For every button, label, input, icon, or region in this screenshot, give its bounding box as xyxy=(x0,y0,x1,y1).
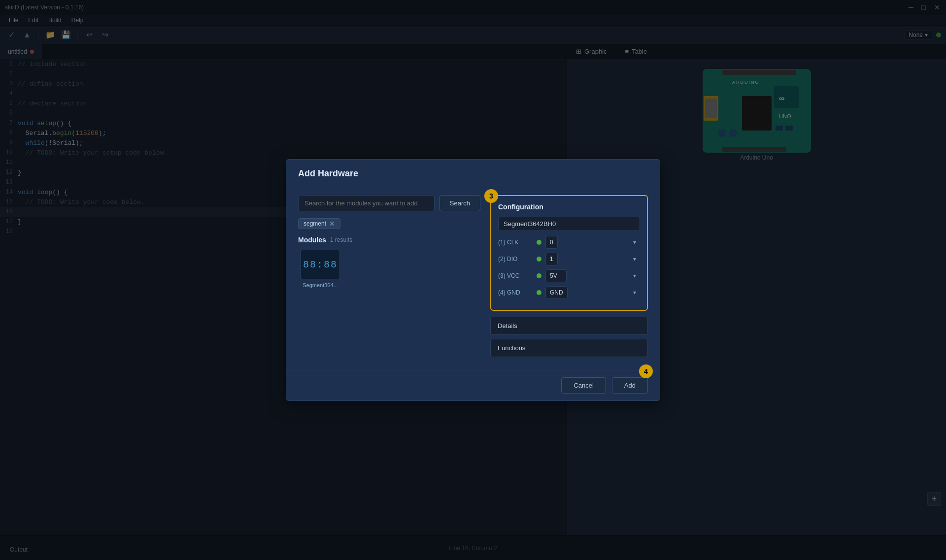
seven-seg-icon: 88:88 xyxy=(303,259,338,270)
details-section[interactable]: Details xyxy=(490,317,648,335)
config-title: Configuration xyxy=(498,203,640,211)
cancel-button[interactable]: Cancel xyxy=(561,377,606,394)
module-name: Segment364... xyxy=(303,282,338,288)
modal-left-panel: Search segment ✕ Modules 1 results xyxy=(298,195,480,361)
pin-dio-dot xyxy=(537,257,541,262)
functions-section[interactable]: Functions xyxy=(490,339,648,357)
pin-dio-select[interactable]: 1 0 2 3 xyxy=(545,253,558,265)
modal-footer: 4 Cancel Add xyxy=(286,370,660,400)
tag-remove-btn[interactable]: ✕ xyxy=(329,220,335,227)
module-thumbnail: 88:88 xyxy=(301,250,340,279)
modal-right-panel: 3 Configuration (1) CLK 0 1 2 3 xyxy=(490,195,648,361)
pin-row-vcc: (3) VCC 5V 3.3V xyxy=(498,269,640,282)
configuration-section: 3 Configuration (1) CLK 0 1 2 3 xyxy=(490,195,648,311)
step-4-badge: 4 xyxy=(639,364,653,378)
pin-vcc-select[interactable]: 5V 3.3V xyxy=(545,269,567,282)
pin-vcc-select-wrap: 5V 3.3V xyxy=(545,269,640,282)
modal-overlay: Add Hardware Search segment ✕ xyxy=(0,0,946,560)
pin-vcc-dot xyxy=(537,273,541,278)
pin-vcc-label: (3) VCC xyxy=(498,272,533,279)
add-button[interactable]: Add xyxy=(612,377,648,394)
module-card-segment[interactable]: 88:88 Segment364... xyxy=(298,250,342,288)
modal-body: Search segment ✕ Modules 1 results xyxy=(286,186,660,370)
tag-label: segment xyxy=(304,220,326,227)
pin-gnd-dot xyxy=(537,290,541,295)
pin-row-gnd: (4) GND GND xyxy=(498,286,640,299)
pin-dio-select-wrap: 1 0 2 3 xyxy=(545,253,640,265)
search-button[interactable]: Search xyxy=(439,195,480,211)
search-input[interactable] xyxy=(298,195,435,211)
pin-gnd-select-wrap: GND xyxy=(545,286,640,299)
modules-label: Modules xyxy=(298,236,326,244)
results-count: 1 results xyxy=(330,236,352,243)
search-row: Search xyxy=(298,195,480,211)
add-hardware-modal: Add Hardware Search segment ✕ xyxy=(286,159,660,401)
pin-clk-select[interactable]: 0 1 2 3 xyxy=(545,236,558,249)
pin-row-clk: (1) CLK 0 1 2 3 xyxy=(498,236,640,249)
pin-dio-label: (2) DIO xyxy=(498,256,533,263)
search-tag-container: segment ✕ xyxy=(298,218,480,236)
pin-clk-dot xyxy=(537,240,541,245)
modules-header: Modules 1 results xyxy=(298,236,480,244)
pin-clk-select-wrap: 0 1 2 3 xyxy=(545,236,640,249)
pin-clk-label: (1) CLK xyxy=(498,239,533,246)
pin-row-dio: (2) DIO 1 0 2 3 xyxy=(498,253,640,265)
pin-gnd-select[interactable]: GND xyxy=(545,286,568,299)
pin-gnd-label: (4) GND xyxy=(498,289,533,296)
modal-title: Add Hardware xyxy=(286,160,660,186)
step-3-badge: 3 xyxy=(484,189,498,203)
config-name-input[interactable] xyxy=(498,217,640,231)
segment-tag: segment ✕ xyxy=(298,218,340,229)
